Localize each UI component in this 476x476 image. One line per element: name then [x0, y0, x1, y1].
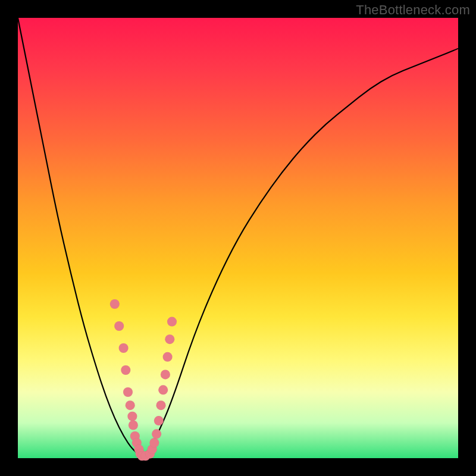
plot-area [18, 18, 458, 458]
curve-dot [110, 299, 120, 309]
curve-dot [165, 334, 174, 344]
curve-dot [163, 352, 173, 362]
curve-dots [110, 299, 177, 461]
curve-dot [149, 438, 159, 447]
curve-dot [127, 412, 137, 421]
curve-dot [152, 429, 161, 439]
curve-dot [161, 369, 170, 379]
curve-dot [123, 387, 133, 397]
curve-dot [154, 416, 164, 425]
curve-dot [121, 365, 130, 375]
curve-dot [156, 400, 166, 410]
curve-dot [114, 321, 124, 331]
bottleneck-curve [18, 18, 458, 455]
curve-dot [126, 400, 135, 410]
curve-dot [119, 343, 129, 353]
curve-svg [18, 18, 458, 458]
curve-dot [167, 317, 177, 327]
curve-dot [158, 385, 168, 394]
chart-frame: TheBottleneck.com [0, 0, 476, 476]
curve-dot [129, 421, 138, 430]
watermark-text: TheBottleneck.com [356, 2, 470, 18]
